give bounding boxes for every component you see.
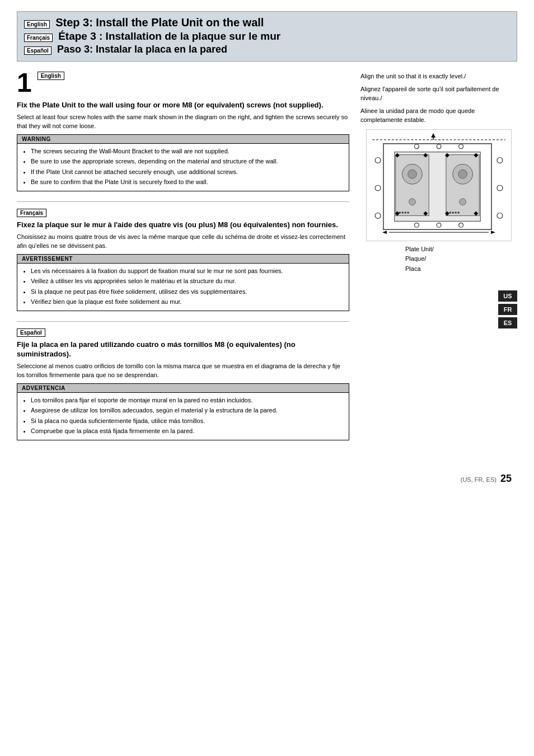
side-tab-fr: FR	[498, 304, 517, 315]
english-section-title: Fix the Plate Unit to the wall using fou…	[17, 101, 349, 110]
warning-label-en: WARNING	[17, 135, 349, 144]
list-item: If the Plate Unit cannot be attached sec…	[31, 167, 344, 177]
svg-point-12	[414, 223, 419, 227]
list-item: Be sure to confirm that the Plate Unit i…	[31, 177, 344, 187]
lang-badge-section-es: Español	[17, 328, 45, 337]
header-title-en: Step 3: Install the Plate Unit on the wa…	[55, 16, 264, 29]
francais-section-title: Fixez la plaque sur le mur à l'aide des …	[17, 220, 349, 230]
list-item: Si la plaque ne peut pas être fixée soli…	[31, 287, 344, 297]
diagram-label-1: Plate Unit/	[405, 246, 434, 252]
svg-rect-22	[407, 212, 409, 213]
diagram-label-3: Placa	[405, 265, 421, 272]
list-item: Les vis nécessaires à la fixation du sup…	[31, 266, 344, 276]
warning-list-fr: Les vis nécessaires à la fixation du sup…	[22, 266, 344, 307]
svg-point-5	[375, 213, 381, 218]
list-item: Los tornillos para fijar el soporte de m…	[31, 396, 344, 405]
svg-point-17	[408, 170, 417, 179]
lang-badge-section-fr: Français	[17, 209, 46, 217]
page-footer-area: (US, FR, ES) 25	[17, 473, 517, 485]
lang-badge-en: English	[24, 20, 50, 29]
page-footer-text: (US, FR, ES)	[461, 476, 496, 483]
align-text-2: Alignez l'appareil de sorte qu'il soit p…	[360, 84, 517, 103]
header-banner: English Step 3: Install the Plate Unit o…	[17, 11, 517, 62]
header-row-en: English Step 3: Install the Plate Unit o…	[24, 16, 510, 29]
lang-badge-fr: Français	[24, 34, 53, 42]
warning-label-fr: AVERTISSEMENT	[17, 255, 349, 264]
align-text-3: Alinee la unidad para de modo que quede …	[360, 106, 517, 125]
header-title-fr: Étape 3 : Installation de la plaque sur …	[58, 30, 280, 43]
warning-content-es: Los tornillos para fijar el soporte de m…	[17, 393, 349, 440]
svg-point-18	[409, 198, 416, 205]
main-content: 1 English Fix the Plate Unit to the wall…	[17, 72, 517, 450]
section-espanol: Español Fije la placa en la pared utiliz…	[17, 328, 349, 440]
svg-point-6	[497, 157, 503, 163]
warning-box-fr: AVERTISSEMENT Les vis nécessaires à la f…	[17, 254, 349, 311]
header-row-es: Español Paso 3: Instalar la placa en la …	[24, 44, 510, 55]
warning-list-en: The screws securing the Wall-Mount Brack…	[22, 147, 344, 187]
espanol-section-title: Fije la placa en la pared utilizando cua…	[17, 340, 349, 359]
list-item: Be sure to use the appropriate screws, d…	[31, 157, 344, 166]
diagram-label: Plate Unit/ Plaque/ Placa	[405, 245, 517, 274]
section-english: Fix the Plate Unit to the wall using fou…	[17, 101, 349, 191]
divider-1	[17, 201, 349, 202]
svg-rect-25	[446, 154, 479, 215]
left-column: 1 English Fix the Plate Unit to the wall…	[17, 72, 349, 450]
plate-unit-diagram	[366, 129, 512, 241]
warning-content-fr: Les vis nécessaires à la fixation du sup…	[17, 264, 349, 311]
svg-rect-29	[449, 212, 451, 213]
svg-rect-21	[405, 212, 406, 213]
svg-rect-15	[396, 154, 429, 215]
svg-rect-32	[458, 212, 460, 213]
divider-2	[17, 321, 349, 322]
svg-point-3	[375, 157, 381, 163]
side-tabs: US FR ES	[360, 290, 517, 328]
diagram-container: Plate Unit/ Plaque/ Placa	[360, 129, 517, 274]
diagram-label-2: Plaque/	[405, 255, 426, 262]
list-item: Si la placa no queda suficientemente fij…	[31, 416, 344, 426]
svg-marker-43	[491, 231, 495, 234]
svg-marker-40	[431, 133, 435, 137]
svg-point-10	[437, 144, 441, 148]
right-column: Align the unit so that it is exactly lev…	[360, 72, 517, 450]
section-francais: Français Fixez la plaque sur le mur à l'…	[17, 209, 349, 311]
svg-rect-31	[455, 212, 457, 213]
step-number: 1	[17, 69, 32, 96]
svg-point-14	[459, 223, 463, 227]
svg-point-28	[460, 198, 466, 205]
english-section-body: Select at least four screw holes with th…	[17, 112, 349, 131]
list-item: Vérifiez bien que la plaque est fixée so…	[31, 297, 344, 307]
step-header: 1 English	[17, 72, 349, 96]
warning-box-es: ADVERTENCIA Los tornillos para fijar el …	[17, 383, 349, 440]
svg-point-11	[459, 144, 463, 148]
align-text-1: Align the unit so that it is exactly lev…	[360, 72, 517, 81]
svg-point-13	[437, 223, 441, 227]
warning-content-en: The screws securing the Wall-Mount Brack…	[17, 144, 349, 191]
side-tab-es: ES	[498, 317, 517, 328]
step-lang-badge-en: English	[38, 72, 64, 80]
list-item: Compruebe que la placa está fijada firme…	[31, 426, 344, 436]
svg-rect-30	[452, 212, 454, 213]
header-row-fr: Français Étape 3 : Installation de la pl…	[24, 30, 510, 43]
warning-label-es: ADVERTENCIA	[17, 384, 349, 393]
warning-box-en: WARNING The screws securing the Wall-Mou…	[17, 134, 349, 191]
svg-point-7	[497, 185, 503, 191]
svg-point-4	[375, 185, 381, 191]
svg-marker-42	[382, 231, 387, 234]
list-item: The screws securing the Wall-Mount Brack…	[31, 147, 344, 156]
step-lang-area: English	[38, 72, 64, 83]
svg-point-8	[497, 213, 503, 218]
side-tab-us: US	[498, 290, 517, 302]
lang-badge-es: Español	[24, 46, 51, 55]
espanol-section-body: Seleccione al menos cuatro orificios de …	[17, 361, 349, 380]
header-title-es: Paso 3: Instalar la placa en la pared	[57, 44, 227, 55]
svg-point-9	[414, 144, 419, 148]
warning-list-es: Los tornillos para fijar el soporte de m…	[22, 396, 344, 436]
svg-rect-20	[402, 212, 404, 213]
list-item: Asegúrese de utilizar los tornillos adec…	[31, 406, 344, 415]
page-number: 25	[500, 473, 512, 484]
svg-point-27	[458, 170, 467, 179]
list-item: Veillez à utiliser les vis appropriées s…	[31, 276, 344, 286]
francais-section-body: Choisissez au moins quatre trous de vis …	[17, 232, 349, 251]
